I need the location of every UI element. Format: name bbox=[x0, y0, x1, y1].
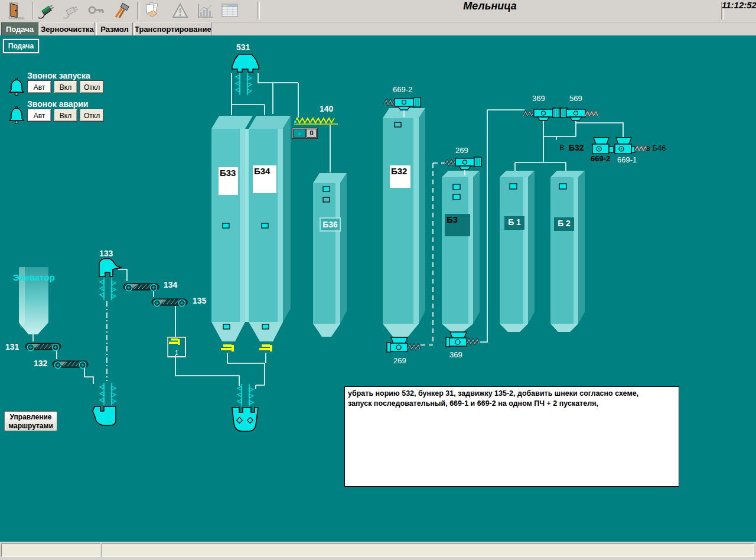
label-569-top: 569 bbox=[569, 94, 582, 103]
label-531: 531 bbox=[236, 43, 250, 52]
status-panel-right bbox=[102, 543, 754, 557]
window-title: Мельница bbox=[258, 0, 722, 21]
label-134: 134 bbox=[164, 280, 177, 289]
bell-alarm-icon bbox=[8, 106, 25, 125]
silo-plate-b34: Б34 bbox=[253, 165, 276, 193]
label-131: 131 bbox=[5, 342, 19, 351]
bell-start-on-button[interactable]: Вкл bbox=[54, 80, 77, 93]
label-669-2-top: 669-2 bbox=[393, 85, 412, 94]
silo-plate-b2: Б 2 bbox=[554, 217, 574, 231]
toolbar-separator bbox=[137, 2, 139, 19]
note-line-1: убрать норию 532, бункер 31, задвижку 13… bbox=[348, 389, 676, 399]
indicator-140-value: 0 bbox=[307, 129, 317, 138]
indicator-140: - 0 bbox=[292, 128, 318, 139]
silo-plate-b3: Б3 bbox=[445, 214, 470, 236]
warning-button[interactable] bbox=[168, 1, 193, 20]
label-669-1-out: 669-1 bbox=[617, 155, 637, 164]
label-269-bottom: 269 bbox=[393, 356, 406, 365]
bell-alarm-auto-button[interactable]: Авт bbox=[27, 109, 51, 122]
bell-start-icon bbox=[8, 78, 25, 96]
connect-button[interactable] bbox=[34, 1, 59, 20]
tab-transportirovanie[interactable]: Транспортирование bbox=[134, 22, 211, 35]
page-title-button[interactable]: Подача bbox=[2, 38, 40, 54]
silo-plate-b33: Б33 bbox=[219, 167, 238, 195]
label-to-b32-prefix: В bbox=[559, 143, 565, 152]
tab-podacha[interactable]: Подача bbox=[1, 22, 38, 35]
route-control-button[interactable]: Управление маршрутами bbox=[4, 411, 57, 431]
silo-plate-b1: Б 1 bbox=[504, 216, 524, 230]
gate-135-box[interactable]: 1 bbox=[167, 337, 186, 357]
silo-plate-b36: Б36 bbox=[320, 217, 341, 232]
tools-icon bbox=[111, 2, 131, 19]
status-panel-left bbox=[1, 543, 100, 557]
label-132: 132 bbox=[34, 359, 47, 368]
silo-plate-b32: Б32 bbox=[390, 165, 410, 188]
exit-button[interactable] bbox=[4, 1, 28, 20]
disconnect-button[interactable] bbox=[59, 1, 84, 20]
label-to-b32: Б32 bbox=[569, 143, 584, 152]
exit-door-icon bbox=[6, 2, 26, 19]
tabbar: Подача Зерноочистка Размол Транспортиров… bbox=[0, 22, 756, 35]
scada-window: Мельница 11:12:52 Подача Зерноочистка Ра… bbox=[0, 0, 756, 560]
label-to-b46: в Б46 bbox=[646, 144, 666, 152]
indicator-140-mode: - bbox=[293, 129, 306, 138]
label-269-top: 269 bbox=[455, 146, 468, 155]
tab-razmol[interactable]: Размол bbox=[96, 22, 133, 35]
bell-start-off-button[interactable]: Откл bbox=[80, 80, 104, 93]
statusbar bbox=[0, 542, 756, 560]
trends-chart-icon bbox=[195, 2, 215, 19]
bell-alarm-off-button[interactable]: Откл bbox=[80, 109, 104, 122]
label-369-top: 369 bbox=[532, 94, 545, 103]
bell-start-label: Звонок запуска bbox=[27, 71, 90, 80]
settings-panel-icon bbox=[219, 2, 240, 19]
disconnect-plug-icon bbox=[61, 2, 82, 19]
label-669-2-out: 669-2 bbox=[591, 154, 610, 163]
warning-triangle-icon bbox=[170, 2, 190, 19]
label-369-bottom: 369 bbox=[449, 350, 462, 359]
note-box: убрать норию 532, бункер 31, задвижку 13… bbox=[344, 386, 679, 487]
label-135: 135 bbox=[193, 296, 206, 305]
key-icon bbox=[86, 2, 106, 19]
gate-number: 1 bbox=[168, 349, 185, 356]
gate-icon bbox=[168, 338, 183, 348]
tab-zernoochistka[interactable]: Зерноочистка bbox=[40, 22, 95, 35]
clock: 11:12:52 bbox=[722, 0, 754, 21]
report-button[interactable] bbox=[141, 1, 165, 20]
elevator-label: Элеватор bbox=[13, 272, 55, 282]
note-line-2: запуск последовательный, 669-1 и 669-2 н… bbox=[348, 399, 676, 409]
bell-alarm-label: Звонок аварии bbox=[27, 99, 88, 109]
tools-button[interactable] bbox=[109, 1, 133, 20]
panel-button[interactable] bbox=[217, 1, 242, 20]
bell-start-auto-button[interactable]: Авт bbox=[27, 80, 51, 93]
trends-button[interactable] bbox=[193, 1, 217, 20]
label-140: 140 bbox=[320, 104, 333, 113]
bell-alarm-on-button[interactable]: Вкл bbox=[54, 109, 77, 122]
key-button[interactable] bbox=[84, 1, 109, 20]
label-133: 133 bbox=[99, 249, 113, 258]
connect-plug-icon bbox=[37, 2, 57, 19]
report-hand-icon bbox=[142, 2, 164, 19]
toolbar: Мельница 11:12:52 bbox=[0, 0, 756, 22]
